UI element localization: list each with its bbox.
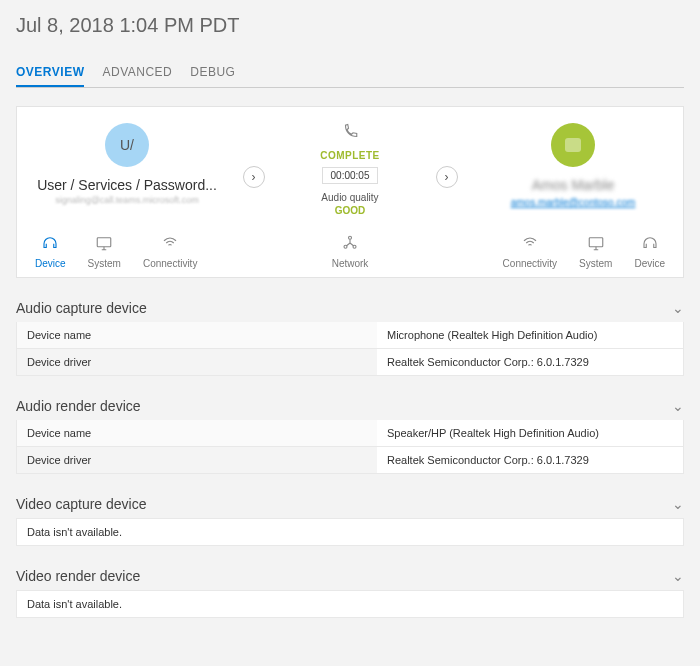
callee-link[interactable]: amos.marble@contoso.com — [473, 197, 673, 208]
row-label: Device driver — [17, 447, 377, 473]
chevron-down-icon: ⌄ — [672, 300, 684, 316]
metric-label: Connectivity — [143, 258, 197, 269]
caller-avatar: U/ — [105, 123, 149, 167]
row-label: Device name — [17, 322, 377, 348]
callee-panel: Amos Marble amos.marble@contoso.com — [473, 123, 673, 208]
row-value: Microphone (Realtek High Definition Audi… — [377, 322, 683, 348]
call-status: COMPLETE — [280, 150, 420, 161]
caller-sub: signaling@call.teams.microsoft.com — [27, 195, 227, 205]
phone-icon — [280, 123, 420, 144]
chevron-down-icon: ⌄ — [672, 568, 684, 584]
call-status-panel: COMPLETE 00:00:05 Audio quality GOOD — [280, 123, 420, 216]
audio-quality-label: Audio quality — [280, 192, 420, 203]
callee-avatar — [551, 123, 595, 167]
svg-rect-0 — [98, 238, 112, 247]
caller-panel: U/ User / Services / Password... signali… — [27, 123, 227, 205]
metric-label: Device — [634, 258, 665, 269]
section-title: Video capture device — [16, 496, 147, 512]
metric-label: Network — [332, 258, 369, 269]
row-label: Device name — [17, 420, 377, 446]
section-audio-capture: Audio capture device ⌄ Device nameMicrop… — [16, 300, 684, 376]
metric-connectivity-left[interactable]: Connectivity — [143, 234, 197, 269]
section-audio-render: Audio render device ⌄ Device nameSpeaker… — [16, 398, 684, 474]
metric-network[interactable]: Network — [332, 234, 369, 269]
tab-debug[interactable]: DEBUG — [190, 59, 235, 87]
chevron-down-icon: ⌄ — [672, 398, 684, 414]
empty-message: Data isn't available. — [16, 518, 684, 546]
metric-label: System — [88, 258, 121, 269]
section-header[interactable]: Audio capture device ⌄ — [16, 300, 684, 322]
row-value: Realtek Semiconductor Corp.: 6.0.1.7329 — [377, 447, 683, 473]
audio-quality-value: GOOD — [280, 205, 420, 216]
tabs: OVERVIEW ADVANCED DEBUG — [16, 59, 684, 88]
page-title: Jul 8, 2018 1:04 PM PDT — [16, 14, 684, 37]
svg-point-1 — [349, 236, 352, 239]
tab-advanced[interactable]: ADVANCED — [102, 59, 172, 87]
chevron-right-icon[interactable]: › — [243, 166, 265, 188]
tab-overview[interactable]: OVERVIEW — [16, 59, 84, 87]
callee-name: Amos Marble — [473, 177, 673, 193]
metric-label: Connectivity — [503, 258, 557, 269]
row-value: Realtek Semiconductor Corp.: 6.0.1.7329 — [377, 349, 683, 375]
section-header[interactable]: Audio render device ⌄ — [16, 398, 684, 420]
call-duration: 00:00:05 — [322, 167, 379, 184]
caller-name: User / Services / Password... — [27, 177, 227, 193]
metric-connectivity-right[interactable]: Connectivity — [503, 234, 557, 269]
svg-rect-4 — [589, 238, 603, 247]
section-title: Audio capture device — [16, 300, 147, 316]
section-header[interactable]: Video capture device ⌄ — [16, 496, 684, 518]
chevron-right-icon[interactable]: › — [436, 166, 458, 188]
metric-label: Device — [35, 258, 66, 269]
row-label: Device driver — [17, 349, 377, 375]
chevron-down-icon: ⌄ — [672, 496, 684, 512]
call-card: U/ User / Services / Password... signali… — [16, 106, 684, 278]
metric-label: System — [579, 258, 612, 269]
metrics-row: Device System Connectivity Network — [27, 234, 673, 269]
metric-system-left[interactable]: System — [88, 234, 121, 269]
metric-system-right[interactable]: System — [579, 234, 612, 269]
section-title: Audio render device — [16, 398, 141, 414]
section-title: Video render device — [16, 568, 140, 584]
metric-device-left[interactable]: Device — [35, 234, 66, 269]
empty-message: Data isn't available. — [16, 590, 684, 618]
section-video-render: Video render device ⌄ Data isn't availab… — [16, 568, 684, 618]
section-header[interactable]: Video render device ⌄ — [16, 568, 684, 590]
section-video-capture: Video capture device ⌄ Data isn't availa… — [16, 496, 684, 546]
metric-device-right[interactable]: Device — [634, 234, 665, 269]
row-value: Speaker/HP (Realtek High Definition Audi… — [377, 420, 683, 446]
